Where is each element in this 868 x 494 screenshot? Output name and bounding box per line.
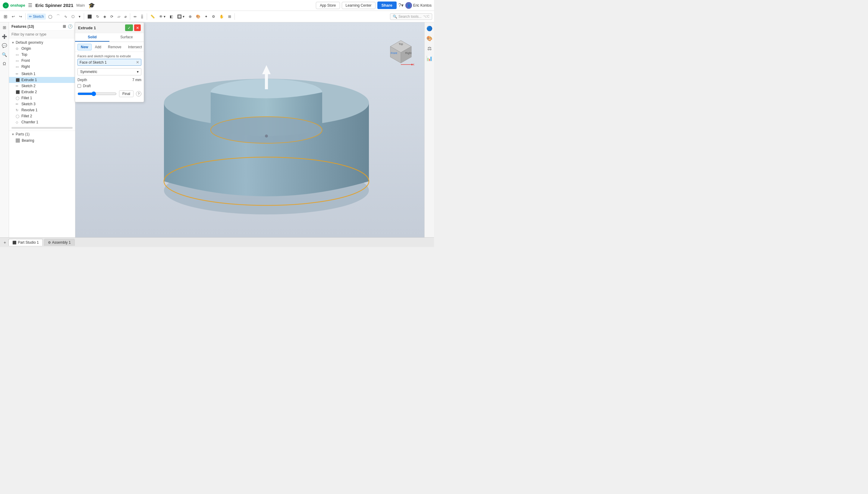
appearance-icon-right[interactable]: 🎨 bbox=[426, 35, 433, 42]
svg-text:○: ○ bbox=[5, 4, 7, 7]
shape-tool-button[interactable]: ⬡ bbox=[70, 14, 76, 20]
app-store-button[interactable]: App Store bbox=[316, 2, 340, 9]
view-dropdown-button[interactable]: 👁▾ bbox=[157, 14, 167, 20]
svg-rect-12 bbox=[265, 74, 268, 89]
tree-item-revolve1[interactable]: ↻ Revolve 1 bbox=[9, 107, 75, 113]
circle-tool-button[interactable]: ◯ bbox=[46, 14, 54, 20]
display-dropdown-button[interactable]: 🔲▾ bbox=[175, 14, 186, 20]
spline-tool-button[interactable]: ∿ bbox=[62, 14, 69, 20]
arc-tool-button[interactable]: ⌒ bbox=[55, 13, 62, 20]
display-icon: 🔲 bbox=[177, 15, 182, 19]
plane-button[interactable]: ▱ bbox=[116, 14, 122, 20]
materials-icon[interactable]: 🔵 bbox=[426, 25, 433, 32]
revolve-button[interactable]: ↻ bbox=[94, 14, 101, 20]
add-icon[interactable]: ➕ bbox=[1, 33, 8, 40]
tree-item-sketch3[interactable]: ✏ Sketch 3 bbox=[9, 101, 75, 107]
assembly-tab[interactable]: ⚙ Assembly 1 bbox=[44, 239, 75, 246]
loft-icon: ◈ bbox=[103, 15, 106, 19]
face-selector-value: Face of Sketch 1 bbox=[80, 60, 107, 64]
sweep-button[interactable]: ⟳ bbox=[108, 14, 115, 20]
plane-icon: ▱ bbox=[118, 15, 120, 19]
draft-label: Draft bbox=[83, 84, 91, 88]
doc-title[interactable]: Eric Spinner 2021 bbox=[35, 3, 73, 8]
default-geometry-header[interactable]: ▼ Default geometry bbox=[9, 39, 75, 45]
tree-item-extrude2[interactable]: ⬛ Extrude 2 bbox=[9, 89, 75, 95]
feature-tools-button[interactable]: ⊞ bbox=[2, 13, 9, 20]
add-tab-button[interactable]: + bbox=[2, 240, 7, 246]
symmetric-dropdown[interactable]: Symmetric ▾ bbox=[77, 68, 141, 75]
filter-input[interactable] bbox=[9, 31, 75, 38]
extrude-button[interactable]: ⬛ bbox=[85, 14, 94, 20]
draft-checkbox[interactable] bbox=[77, 84, 81, 88]
extrude-cancel-button[interactable]: ✕ bbox=[134, 24, 141, 31]
pan-button[interactable]: ✋ bbox=[218, 14, 226, 20]
filter-icon[interactable]: 🔍 bbox=[1, 51, 8, 58]
variables-icon[interactable]: Ω bbox=[2, 60, 7, 67]
tree-item-chamfer1[interactable]: ◇ Chamfer 1 bbox=[9, 119, 75, 125]
learning-center-button[interactable]: Learning Center bbox=[342, 2, 376, 9]
toolbar-separator-3 bbox=[130, 13, 130, 20]
bearing-icon bbox=[16, 138, 20, 142]
fillet-button[interactable]: ⌀ bbox=[123, 14, 129, 20]
extrude-confirm-button[interactable]: ✓ bbox=[125, 24, 133, 31]
subtab-new[interactable]: New bbox=[77, 44, 92, 50]
tree-item-right[interactable]: ▭ Right bbox=[9, 64, 75, 70]
mirror-button[interactable]: ⇔ bbox=[132, 14, 138, 20]
tree-item-sketch1[interactable]: ✏ Sketch 1 bbox=[9, 71, 75, 77]
history-icon[interactable]: 🕐 bbox=[68, 24, 73, 28]
extrude-dialog-header: Extrude 1 ✓ ✕ bbox=[75, 23, 144, 33]
final-button[interactable]: Final bbox=[119, 91, 134, 97]
appearance-button[interactable]: 🎨 bbox=[194, 14, 202, 20]
tree-item-fillet2[interactable]: ◯ Fillet 2 bbox=[9, 113, 75, 119]
view-arrow: ▾ bbox=[164, 15, 165, 19]
measure-button[interactable]: 📏 bbox=[149, 14, 157, 20]
orientation-cube[interactable]: Top Right Front X bbox=[387, 39, 411, 63]
tree-item-origin[interactable]: ⊙ Origin bbox=[9, 45, 75, 52]
tree-item-front[interactable]: ▭ Front bbox=[9, 58, 75, 64]
app-logo[interactable]: ○ onshape bbox=[2, 2, 25, 9]
tab-solid[interactable]: Solid bbox=[75, 33, 110, 42]
subtab-remove[interactable]: Remove bbox=[104, 44, 125, 50]
search-tools-input[interactable]: 🔍 Search tools... ⌥C bbox=[390, 13, 432, 20]
dropdown-arrow-icon: ▾ bbox=[137, 70, 139, 74]
tree-item-sketch2[interactable]: ✏ Sketch 2 bbox=[9, 83, 75, 89]
remove-face-button[interactable]: ✕ bbox=[136, 60, 139, 64]
tree-item-fillet1[interactable]: ◯ Fillet 1 bbox=[9, 95, 75, 101]
mass-properties-icon[interactable]: ⚖ bbox=[427, 45, 433, 52]
bearing-item[interactable]: Bearing bbox=[9, 137, 75, 144]
share-button[interactable]: Share bbox=[377, 1, 397, 9]
face-selector-field[interactable]: Face of Sketch 1 ✕ bbox=[77, 59, 141, 66]
zoom-fit-button[interactable]: ⊞ bbox=[226, 14, 233, 20]
depth-slider[interactable] bbox=[77, 91, 117, 96]
pattern-button[interactable]: ⣿ bbox=[139, 14, 145, 20]
features-icon[interactable]: ⊞ bbox=[2, 24, 7, 31]
search-icon: 🔍 bbox=[393, 15, 397, 19]
simulation-icon[interactable]: 📊 bbox=[426, 55, 433, 62]
part-studio-tab[interactable]: ⬛ Part Studio 1 bbox=[8, 239, 42, 246]
part-studio-icon: ⬛ bbox=[12, 241, 17, 245]
user-menu[interactable]: 👤 Eric Kontos bbox=[406, 2, 432, 9]
comments-icon[interactable]: 💬 bbox=[1, 42, 8, 49]
tab-surface[interactable]: Surface bbox=[110, 33, 144, 42]
redo-button[interactable]: ↪ bbox=[17, 14, 24, 20]
parts-section-header[interactable]: ▼ Parts (1) bbox=[9, 131, 75, 137]
more-tools-button[interactable]: ⊕ bbox=[187, 14, 194, 20]
loft-button[interactable]: ◈ bbox=[102, 14, 108, 20]
menu-icon[interactable]: ☰ bbox=[27, 2, 34, 9]
tree-item-top[interactable]: ▭ Top bbox=[9, 52, 75, 58]
subtab-add[interactable]: Add bbox=[92, 44, 104, 50]
tree-item-label: Fillet 1 bbox=[21, 96, 32, 100]
subtab-intersect[interactable]: Intersect bbox=[125, 44, 145, 50]
assembly-button[interactable]: ⚙ bbox=[210, 14, 217, 20]
help-button[interactable]: ?▾ bbox=[398, 2, 403, 8]
depth-value[interactable]: 7 mm bbox=[132, 78, 141, 82]
render-button[interactable]: ✦ bbox=[203, 14, 210, 20]
undo-button[interactable]: ↩ bbox=[10, 14, 17, 20]
extrude-dialog-title: Extrude 1 bbox=[78, 26, 96, 30]
filter-icon-header[interactable]: ⊞ bbox=[63, 24, 66, 28]
section-view-button[interactable]: ◧ bbox=[168, 14, 175, 20]
help-circle-button[interactable]: ? bbox=[136, 91, 141, 96]
shape-dropdown-button[interactable]: ▾ bbox=[77, 14, 82, 20]
sketch-button[interactable]: ✏ Sketch bbox=[27, 14, 46, 20]
tree-item-extrude1[interactable]: ⬛ Extrude 1 bbox=[9, 77, 75, 83]
